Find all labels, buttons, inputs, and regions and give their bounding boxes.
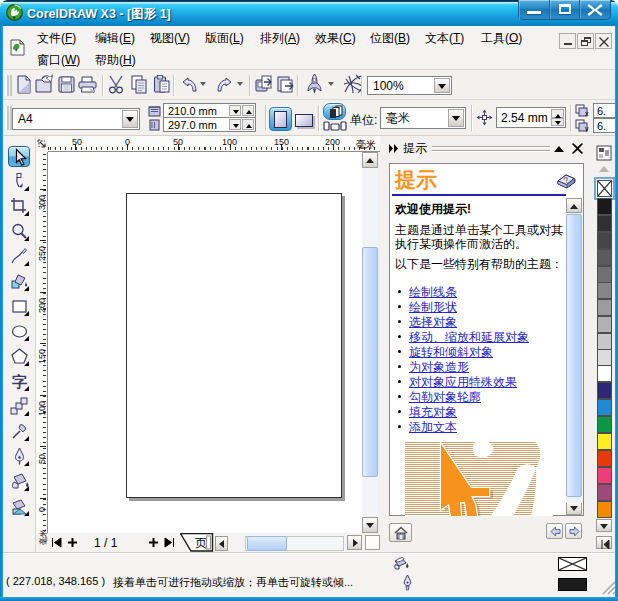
- svg-text:y: y: [585, 125, 589, 132]
- svg-text:页: 页: [195, 536, 207, 550]
- svg-text:字: 字: [12, 373, 27, 390]
- svg-text:x: x: [585, 110, 589, 117]
